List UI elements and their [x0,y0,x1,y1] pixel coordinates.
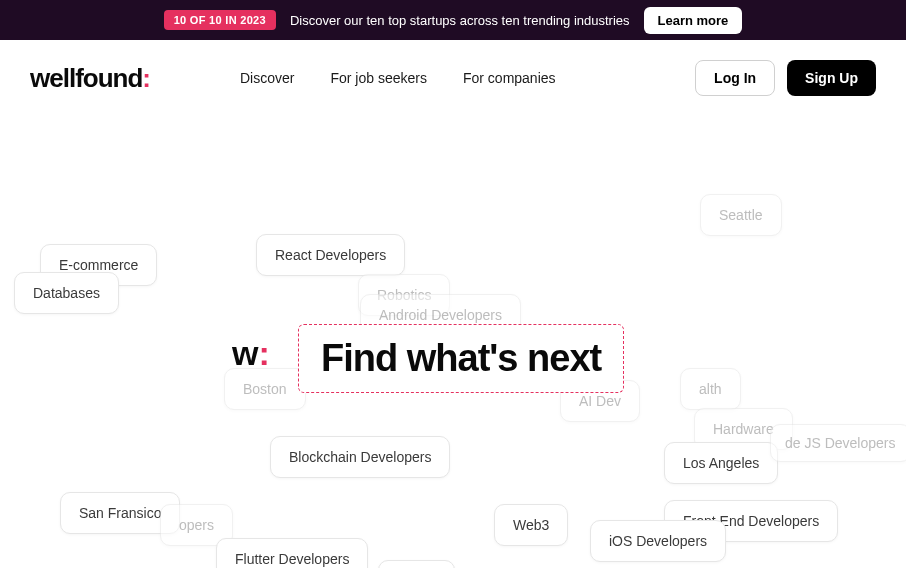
tag-blockchain[interactable]: Blockchain Developers [270,436,450,478]
hero-logo-mark: w: [232,334,270,373]
tag-nodejs[interactable]: de JS Developers [770,424,906,462]
primary-nav: Discover For job seekers For companies [240,70,556,86]
hero-area: Seattle React Developers E-commerce Data… [0,116,906,568]
promo-banner: 10 OF 10 IN 2023 Discover our ten top st… [0,0,906,40]
tag-los-angeles[interactable]: Los Angeles [664,442,778,484]
tag-web3[interactable]: Web3 [494,504,568,546]
wellfound-logo[interactable]: wellfound: [30,63,150,94]
hero-logo-w: w [232,334,258,372]
tag-databases[interactable]: Databases [14,272,119,314]
tag-flutter[interactable]: Flutter Developers [216,538,368,568]
signup-button[interactable]: Sign Up [787,60,876,96]
hero-headline: Find what's next [298,324,624,393]
nav-job-seekers[interactable]: For job seekers [330,70,426,86]
tag-boston[interactable]: Boston [224,368,306,410]
login-button[interactable]: Log In [695,60,775,96]
hero-logo-colon: : [258,334,269,372]
banner-badge: 10 OF 10 IN 2023 [164,10,276,30]
main-header: wellfound: Discover For job seekers For … [0,40,906,116]
tag-austin[interactable]: Austin [378,560,455,568]
learn-more-button[interactable]: Learn more [644,7,743,34]
nav-discover[interactable]: Discover [240,70,294,86]
logo-text: wellfound [30,63,142,93]
tag-seattle[interactable]: Seattle [700,194,782,236]
banner-text: Discover our ten top startups across ten… [290,13,630,28]
tag-react[interactable]: React Developers [256,234,405,276]
logo-colon: : [142,63,150,93]
tag-ios[interactable]: iOS Developers [590,520,726,562]
header-actions: Log In Sign Up [695,60,876,96]
tag-health[interactable]: alth [680,368,741,410]
nav-companies[interactable]: For companies [463,70,556,86]
